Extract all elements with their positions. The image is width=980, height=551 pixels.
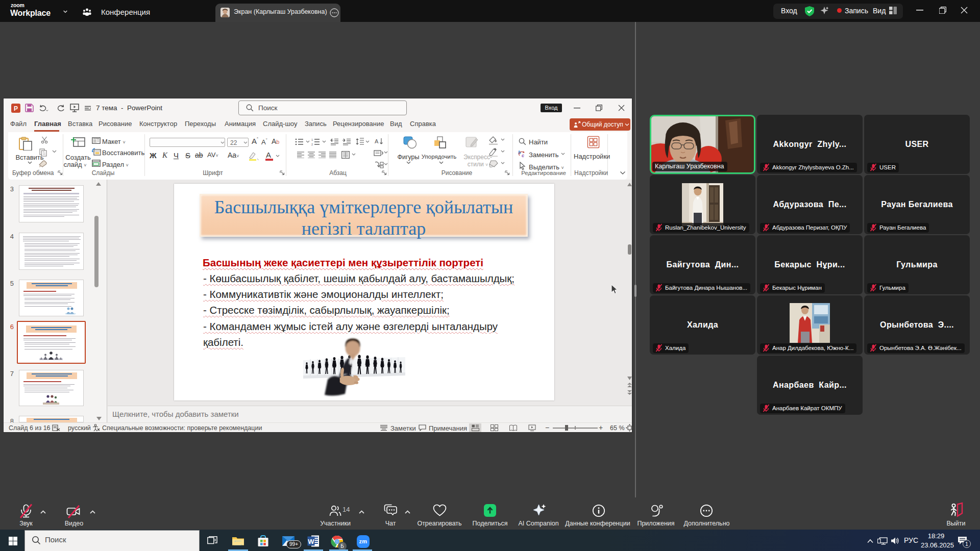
svg-text:P: P <box>14 105 18 112</box>
svg-text:W: W <box>308 538 314 545</box>
svg-text:c: c <box>522 153 524 158</box>
svg-text:1: 1 <box>311 138 313 141</box>
svg-text:А: А <box>375 138 379 144</box>
svg-text:2: 2 <box>311 143 313 146</box>
